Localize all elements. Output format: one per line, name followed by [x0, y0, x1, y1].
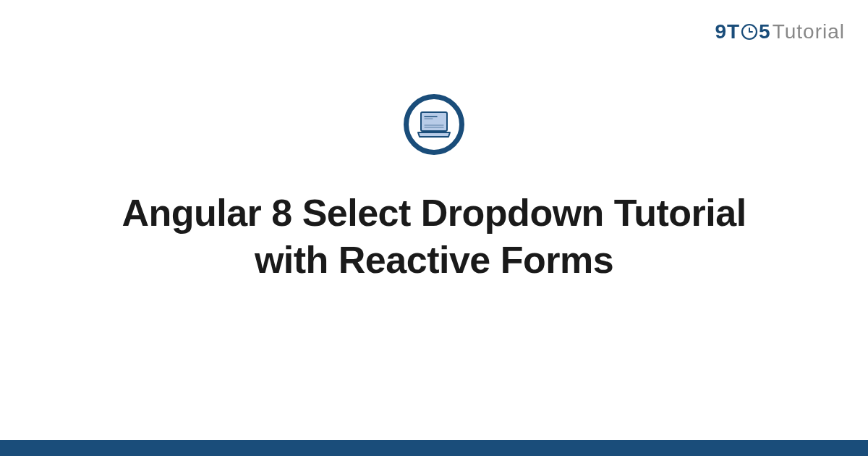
brand-logo: 9T 5 Tutorial	[715, 20, 845, 43]
svg-rect-3	[421, 112, 447, 131]
logo-text-prefix: 9T	[715, 20, 740, 43]
laptop-icon	[404, 94, 464, 155]
footer-bar	[0, 440, 868, 456]
page-title: Angular 8 Select Dropdown Tutorial with …	[87, 190, 781, 284]
main-content: Angular 8 Select Dropdown Tutorial with …	[0, 94, 868, 284]
logo-text-suffix: Tutorial	[773, 20, 845, 43]
logo-text-mid: 5	[759, 20, 771, 43]
clock-icon	[741, 23, 758, 41]
